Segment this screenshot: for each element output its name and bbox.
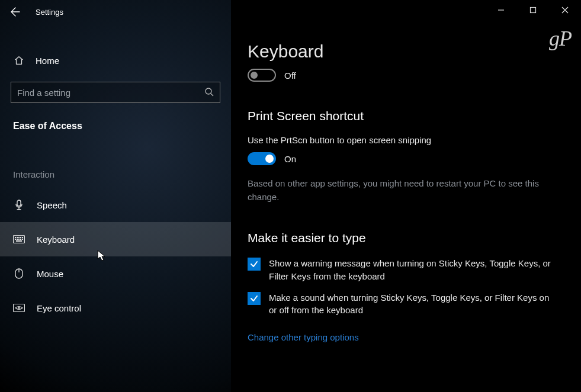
mouse-icon [13,268,25,279]
microphone-icon [13,200,25,210]
content-pane: gP Keyboard Off Print Screen shortcut Us… [231,0,581,392]
sidebar-item-eye-control[interactable]: Eye control [0,291,231,325]
svg-rect-5 [17,237,18,238]
home-icon [13,55,25,66]
keyboard-master-toggle[interactable] [248,69,276,82]
home-label: Home [36,56,59,66]
checkbox-row-warning: Show a warning message when turning on S… [248,257,564,283]
back-arrow-icon[interactable] [11,7,20,17]
sidebar-item-home[interactable]: Home [0,47,231,73]
eye-control-icon [13,304,25,312]
watermark-logo: gP [549,26,572,51]
svg-rect-2 [17,200,21,206]
app-title: Settings [36,8,63,17]
svg-rect-9 [15,239,16,240]
minimize-button[interactable] [485,0,517,20]
print-screen-hint: Based on other app settings, you might n… [248,177,564,204]
svg-point-0 [206,88,211,94]
change-typing-options-link[interactable]: Change other typing options [248,332,359,342]
section-title-print-screen: Print Screen shortcut [248,109,564,123]
page-title: Keyboard [248,41,564,62]
checkbox-sound[interactable] [248,292,261,305]
svg-rect-12 [20,239,21,240]
sidebar-item-label: Mouse [37,269,63,279]
sidebar-item-label: Keyboard [37,234,75,245]
search-box[interactable] [11,82,220,103]
toggle-label: Off [284,70,296,81]
svg-rect-4 [15,237,16,238]
svg-rect-8 [22,237,23,238]
search-input[interactable] [17,88,200,98]
group-label-interaction: Interaction [0,169,231,179]
svg-point-18 [18,307,20,309]
svg-rect-6 [18,237,20,238]
svg-rect-7 [20,237,21,238]
keyboard-master-toggle-row: Off [248,69,564,82]
checkbox-row-sound: Make a sound when turning Sticky Keys, T… [248,291,564,317]
svg-rect-13 [22,239,23,240]
svg-rect-14 [16,240,22,242]
toggle-label: On [284,154,296,164]
window-controls [485,0,581,20]
search-container [0,82,231,103]
section-title-easier-to-type: Make it easier to type [248,231,564,245]
keyboard-icon [13,235,25,243]
sidebar-item-mouse[interactable]: Mouse [0,256,231,291]
sidebar: Settings Home Ease of Access Interaction… [0,0,231,392]
category-title: Ease of Access [0,121,231,131]
svg-rect-10 [17,239,18,240]
titlebar-left: Settings [0,0,231,24]
sidebar-item-keyboard[interactable]: Keyboard [0,222,231,256]
sidebar-item-speech[interactable]: Speech [0,188,231,222]
maximize-button[interactable] [517,0,549,20]
search-icon [204,87,214,98]
checkbox-label: Make a sound when turning Sticky Keys, T… [269,291,564,317]
print-screen-desc: Use the PrtScn button to open screen sni… [248,135,564,145]
svg-rect-11 [18,239,20,240]
nav-list: Speech Keyboard Mouse Eye control [0,188,231,325]
close-button[interactable] [549,0,581,20]
checkbox-label: Show a warning message when turning on S… [269,257,564,283]
checkbox-warning[interactable] [248,258,261,271]
sidebar-item-label: Eye control [37,303,81,313]
print-screen-toggle-row: On [248,152,564,165]
svg-line-1 [211,94,213,96]
print-screen-toggle[interactable] [248,152,276,165]
svg-rect-20 [531,8,536,13]
sidebar-item-label: Speech [37,200,67,210]
